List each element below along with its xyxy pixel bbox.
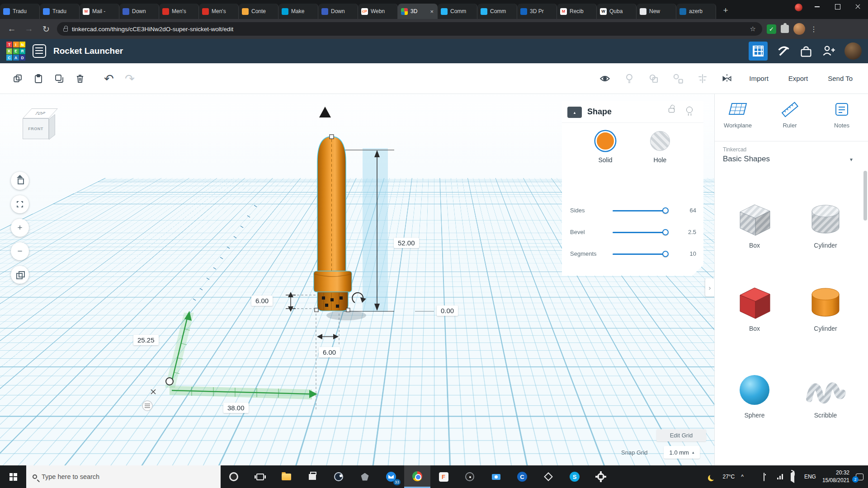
scale-handle-left[interactable] [315, 308, 318, 312]
browser-tab[interactable]: WQuba [597, 4, 637, 19]
close-button[interactable] [848, 0, 868, 14]
shape-item-scribble[interactable]: Scribble [794, 372, 857, 419]
ungroup-button[interactable] [668, 70, 689, 88]
reload-button[interactable]: ↻ [40, 24, 52, 34]
browser-tab[interactable]: 3D× [398, 4, 438, 19]
address-bar[interactable]: tinkercad.com/things/cCE3HiNw2dO-super-s… [57, 22, 762, 36]
rocket-model[interactable] [314, 135, 352, 312]
browser-tab[interactable]: Tradu [0, 4, 40, 19]
bookmark-star-icon[interactable]: ☆ [750, 25, 756, 33]
back-button[interactable]: ← [5, 24, 18, 34]
sidebar-collapse-handle[interactable]: › [705, 278, 714, 296]
sides-slider-track[interactable] [613, 210, 666, 211]
design-list-icon[interactable] [33, 44, 46, 58]
group-button[interactable] [643, 70, 664, 88]
new-tab-button[interactable]: + [719, 4, 732, 17]
browser-tab[interactable]: Men's [199, 4, 239, 19]
forward-button[interactable]: → [23, 24, 35, 34]
taskbar-mail[interactable]: 33 [378, 465, 404, 488]
taskbar-app-opera[interactable] [221, 465, 247, 488]
taskbar-task-view[interactable] [247, 465, 273, 488]
export-button[interactable]: Export [780, 70, 816, 87]
shape-item-cylinder-hole[interactable]: Cylinder [794, 202, 857, 249]
browser-tab[interactable]: Tradu [40, 4, 80, 19]
battery-icon[interactable] [764, 473, 771, 480]
browser-tab[interactable]: Conte [239, 4, 278, 19]
segments-slider-track[interactable] [613, 253, 666, 255]
view-cube[interactable]: TOP FRONT [19, 106, 62, 147]
network-icon[interactable] [777, 473, 784, 480]
browser-profile-avatar[interactable] [793, 23, 805, 35]
browser-tab[interactable]: New [637, 4, 676, 19]
import-button[interactable]: Import [741, 70, 777, 87]
blocks-view-button[interactable] [749, 42, 768, 61]
fit-view-button[interactable] [11, 195, 29, 213]
clock[interactable]: 20:32 15/08/2021 [822, 469, 849, 484]
invite-person-icon[interactable] [822, 44, 835, 58]
dimension-segment-height[interactable]: 6.00 [251, 296, 273, 306]
extension-check-icon[interactable]: ✓ [767, 24, 776, 34]
taskbar-alienware[interactable] [535, 465, 561, 488]
sidebar-scrollbar[interactable] [863, 171, 867, 221]
weather-temp[interactable]: 27°C [722, 474, 735, 480]
tray-expand-chevron[interactable]: ^ [741, 474, 744, 480]
dimension-height[interactable]: 52.00 [394, 238, 419, 248]
browser-tab[interactable]: Comm [477, 4, 517, 19]
paste-button[interactable] [28, 70, 49, 88]
start-button[interactable] [0, 465, 26, 488]
copy-button[interactable] [7, 70, 28, 88]
align-button[interactable] [692, 70, 713, 88]
extensions-puzzle-icon[interactable] [781, 25, 789, 33]
ruler-x-value[interactable]: 25.25 [133, 335, 159, 345]
taskbar-game[interactable] [352, 465, 378, 488]
browser-tab[interactable]: MMail - [80, 4, 119, 19]
workplane-tool[interactable]: Workplane [715, 101, 760, 129]
scale-handle-right[interactable] [346, 308, 350, 312]
send-to-button[interactable]: Send To [820, 70, 861, 87]
visibility-bulb-icon[interactable] [686, 107, 693, 113]
notes-tool[interactable]: Notes [819, 101, 864, 129]
shape-category-select[interactable]: Basic Shapes [723, 155, 770, 164]
segments-value[interactable]: 10 [690, 250, 696, 257]
delete-button[interactable] [70, 70, 90, 88]
minimize-button[interactable] [807, 0, 827, 14]
shape-item-box-hole[interactable]: Box [723, 202, 786, 249]
dimension-elevation[interactable]: 0.00 [437, 305, 458, 316]
shape-item-cylinder[interactable]: Cylinder [794, 285, 857, 332]
hide-selected-eye-icon[interactable] [594, 70, 615, 88]
maximize-button[interactable] [827, 0, 848, 14]
browser-tab[interactable]: cPWebn [358, 4, 398, 19]
bevel-value[interactable]: 2.5 [688, 229, 696, 235]
browser-tab[interactable]: Comm [438, 4, 477, 19]
category-caret-icon[interactable]: ▾ [850, 156, 853, 163]
night-light-icon[interactable] [710, 474, 716, 480]
sides-value[interactable]: 64 [690, 207, 696, 214]
browser-tab[interactable]: MRecib [557, 4, 597, 19]
tab-close-icon[interactable]: × [429, 8, 434, 15]
sides-slider-knob[interactable] [662, 207, 669, 214]
zoom-in-button[interactable]: + [11, 219, 29, 237]
taskbar-store[interactable] [299, 465, 326, 488]
taskbar-camera[interactable] [483, 465, 509, 488]
browser-tab[interactable]: Make [278, 4, 318, 19]
taskbar-chrome[interactable] [404, 465, 430, 488]
taskbar-skype[interactable]: S [561, 465, 588, 488]
raise-arrow-handle[interactable] [319, 107, 331, 117]
minecraft-pickaxe-icon[interactable] [777, 44, 790, 58]
redo-button[interactable]: ↷ [119, 70, 140, 88]
url-text[interactable]: tinkercad.com/things/cCE3HiNw2dO-super-s… [72, 26, 746, 33]
zoom-out-button[interactable]: − [11, 242, 29, 260]
taskbar-cura[interactable]: C [509, 465, 535, 488]
edit-grid-button[interactable]: Edit Grid [656, 429, 706, 441]
browser-tab[interactable]: Down [318, 4, 358, 19]
taskbar-app-f[interactable]: F [430, 465, 457, 488]
ruler-y-value[interactable]: 38.00 [223, 403, 249, 413]
undo-button[interactable]: ↶ [99, 70, 119, 88]
bevel-slider-knob[interactable] [662, 229, 669, 235]
ruler-tool[interactable]: Ruler [767, 101, 812, 129]
media-button[interactable] [795, 4, 802, 11]
show-all-bulb-icon[interactable] [619, 70, 640, 88]
view-cube-front[interactable]: FRONT [23, 118, 49, 139]
user-avatar[interactable] [844, 42, 862, 60]
hole-option[interactable] [650, 131, 670, 151]
